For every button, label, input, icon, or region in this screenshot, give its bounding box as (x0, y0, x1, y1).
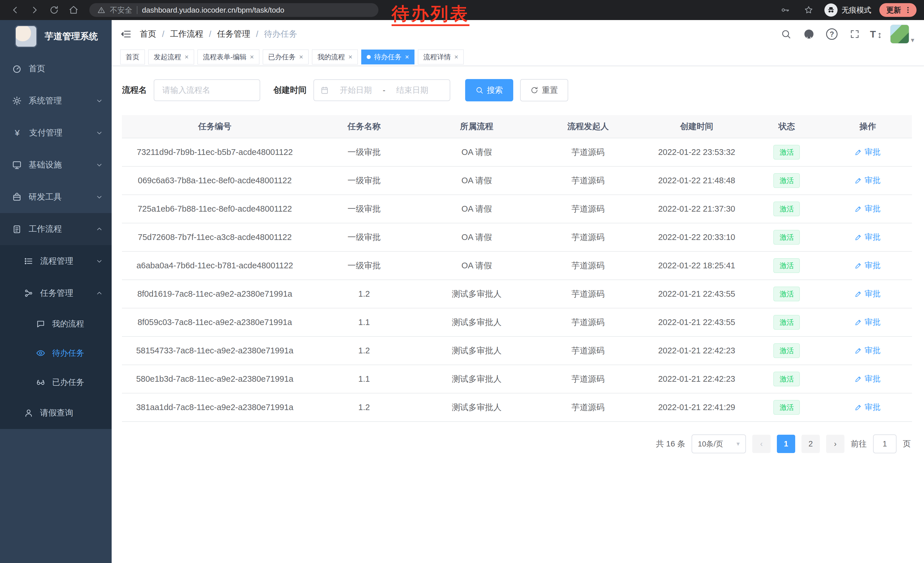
sidebar-item-label: 请假查询 (40, 407, 73, 419)
date-range-picker[interactable]: - (314, 79, 450, 101)
bookmark-star-button[interactable] (801, 2, 816, 18)
page-size-value: 10条/页 (698, 439, 723, 449)
cell-initiator: 芋道源码 (533, 251, 643, 280)
next-page-button[interactable]: › (826, 435, 844, 453)
tab-home[interactable]: 首页 (120, 50, 145, 65)
cell-initiator: 芋道源码 (533, 336, 643, 365)
page-size-select[interactable]: 10条/页 ▾ (692, 434, 746, 453)
github-button[interactable] (801, 26, 817, 42)
pencil-icon (855, 205, 862, 213)
approve-link[interactable]: 审批 (855, 345, 880, 356)
tree-icon (24, 289, 33, 298)
sidebar-item-devtools[interactable]: 研发工具 (0, 181, 112, 213)
cell-task-name: 1.2 (308, 280, 421, 308)
topbar: 首页 / 工作流程 / 任务管理 / 待办任务 ? (112, 20, 924, 48)
address-bar[interactable]: 不安全 dashboard.yudao.iocoder.cn/bpm/task/… (89, 3, 378, 17)
tab-start-process[interactable]: 发起流程 × (148, 50, 194, 65)
chevron-down-icon (96, 129, 103, 137)
avatar (890, 25, 909, 44)
approve-link-label: 审批 (864, 317, 880, 327)
prev-page-button[interactable]: ‹ (752, 435, 771, 453)
sidebar-item-label: 基础设施 (28, 159, 62, 171)
breadcrumb-separator: / (162, 30, 164, 39)
sidebar-item-my-process[interactable]: 我的流程 (0, 309, 112, 338)
sidebar-item-infrastructure[interactable]: 基础设施 (0, 149, 112, 181)
incognito-icon (824, 3, 837, 17)
approve-link[interactable]: 审批 (855, 232, 880, 243)
tab-todo-tasks[interactable]: 待办任务 × (361, 50, 414, 65)
approve-link[interactable]: 审批 (855, 175, 880, 186)
tab-label: 已办任务 (268, 53, 296, 62)
approve-link[interactable]: 审批 (855, 147, 880, 158)
back-button[interactable] (8, 2, 23, 18)
tab-process-detail[interactable]: 流程详情 × (418, 50, 464, 65)
tab-process-form-edit[interactable]: 流程表单-编辑 × (198, 50, 260, 65)
breadcrumb-home[interactable]: 首页 (140, 29, 156, 40)
search-button[interactable]: 搜索 (465, 79, 513, 101)
approve-link-label: 审批 (864, 288, 880, 299)
monitor-icon (12, 160, 22, 170)
close-icon[interactable]: × (184, 53, 189, 61)
breadcrumb-workflow[interactable]: 工作流程 (170, 29, 203, 40)
fold-menu-icon (120, 29, 132, 40)
cell-task-id: a6aba0a4-7b6d-11ec-b781-acde48001122 (122, 251, 308, 280)
url-text: dashboard.yudao.iocoder.cn/bpm/task/todo (142, 6, 284, 15)
pagination: 共 16 条 10条/页 ▾ ‹ 1 2 › 前往 页 (112, 434, 911, 453)
forward-button[interactable] (27, 2, 42, 18)
tab-my-process[interactable]: 我的流程 × (312, 50, 358, 65)
font-size-button[interactable]: T (870, 29, 883, 40)
password-key-button[interactable] (777, 2, 793, 18)
app-logo[interactable]: 芋道管理系统 (0, 20, 112, 53)
approve-link[interactable]: 审批 (855, 203, 880, 214)
browser-update-button[interactable]: 更新 (879, 3, 916, 17)
sidebar-item-home[interactable]: 首页 (0, 53, 112, 85)
collapse-sidebar-button[interactable] (120, 29, 132, 40)
approve-link[interactable]: 审批 (855, 260, 880, 271)
approve-link[interactable]: 审批 (855, 317, 880, 327)
sidebar-item-workflow[interactable]: 工作流程 (0, 213, 112, 245)
sidebar-item-process-management[interactable]: 流程管理 (0, 245, 112, 277)
breadcrumb-task-management[interactable]: 任务管理 (217, 29, 250, 40)
page-button-1[interactable]: 1 (777, 435, 795, 453)
cell-initiator: 芋道源码 (533, 308, 643, 336)
incognito-indicator: 无痕模式 (824, 3, 872, 17)
close-icon[interactable]: × (299, 53, 303, 61)
page-button-2[interactable]: 2 (801, 435, 820, 453)
active-dot (367, 55, 371, 59)
cell-created: 2022-01-22 18:25:41 (644, 251, 750, 280)
fullscreen-button[interactable] (847, 26, 862, 42)
cell-process: 测试多审批人 (420, 280, 533, 308)
sidebar-item-task-management[interactable]: 任务管理 (0, 277, 112, 309)
sidebar-item-leave-query[interactable]: 请假查询 (0, 397, 112, 429)
breadcrumb-separator: / (209, 30, 211, 39)
tab-done-tasks[interactable]: 已办任务 × (263, 50, 309, 65)
reset-button[interactable]: 重置 (520, 79, 568, 101)
cell-task-name: 1.1 (308, 365, 421, 393)
approve-link[interactable]: 审批 (855, 288, 880, 299)
cell-created: 2022-01-22 21:48:48 (644, 167, 750, 195)
close-icon[interactable]: × (250, 53, 254, 61)
header-search-button[interactable] (778, 26, 794, 42)
cell-process: OA 请假 (420, 167, 533, 195)
start-date-input[interactable] (333, 86, 379, 95)
status-badge: 激活 (773, 145, 800, 159)
home-button[interactable] (66, 2, 81, 18)
page-number: 1 (784, 440, 788, 449)
home-icon (69, 5, 78, 15)
close-icon[interactable]: × (454, 53, 458, 61)
sidebar-menu: 首页 系统管理 ¥ 支付管理 基础设施 研发工具 (0, 53, 112, 429)
user-menu[interactable]: ▾ (890, 25, 914, 44)
approve-link[interactable]: 审批 (855, 374, 880, 384)
close-icon[interactable]: × (348, 53, 352, 61)
close-icon[interactable]: × (405, 53, 409, 61)
sidebar-item-todo-tasks[interactable]: 待办任务 (0, 338, 112, 368)
sidebar-item-payment[interactable]: ¥ 支付管理 (0, 117, 112, 149)
goto-page-input[interactable] (873, 434, 897, 453)
refresh-button[interactable] (46, 2, 62, 18)
sidebar-item-done-tasks[interactable]: 已办任务 (0, 368, 112, 397)
sidebar-item-system[interactable]: 系统管理 (0, 85, 112, 117)
help-button[interactable]: ? (824, 26, 840, 42)
approve-link[interactable]: 审批 (855, 402, 880, 413)
end-date-input[interactable] (389, 86, 435, 95)
process-name-input[interactable] (154, 79, 260, 101)
